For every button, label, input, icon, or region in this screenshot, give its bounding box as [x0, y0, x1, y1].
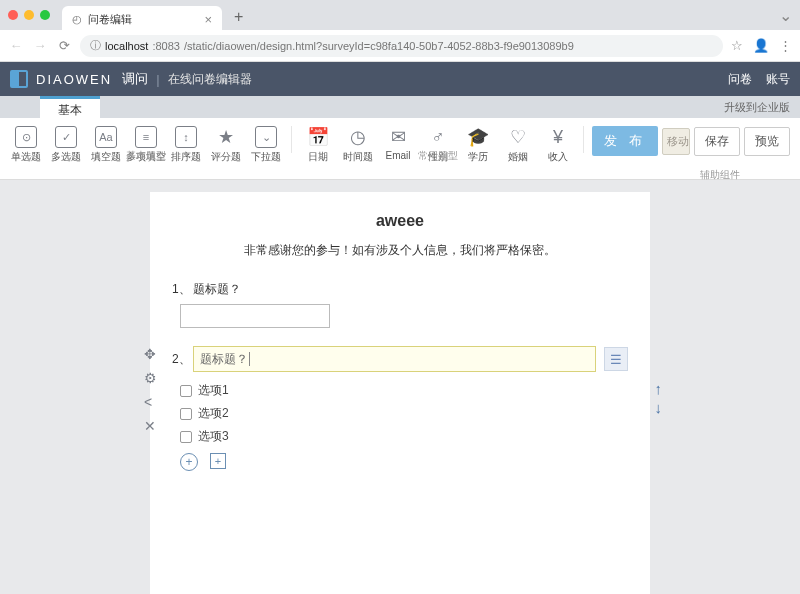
survey-paper: aweee 非常感谢您的参与！如有涉及个人信息，我们将严格保密。 1、 题标题？…: [150, 192, 650, 594]
checkbox-icon: ✓: [55, 126, 77, 148]
save-button[interactable]: 保存: [694, 127, 740, 156]
survey-title[interactable]: aweee: [172, 212, 628, 230]
url-host: localhost: [105, 40, 148, 52]
toolbar-actions: 发 布 移动 保存 预览: [584, 118, 800, 156]
app-subtitle: 在线问卷编辑器: [168, 71, 252, 88]
heart-icon: ♡: [507, 126, 529, 148]
radio-icon: ⊙: [15, 126, 37, 148]
canvas: aweee 非常感谢您的参与！如有涉及个人信息，我们将严格保密。 1、 题标题？…: [0, 180, 800, 594]
url-port: :8083: [152, 40, 180, 52]
dropdown-icon: ⌄: [255, 126, 277, 148]
tab-close-icon[interactable]: ×: [204, 12, 212, 27]
toolbar: ⊙单选题 ✓多选题 Aa填空题 ≡多项填空 ↕排序题 ★评分题 ⌄下拉题 基本题…: [0, 118, 800, 180]
question-number: 2、: [172, 351, 191, 368]
site-info-icon[interactable]: ⓘ: [90, 38, 101, 53]
hidden-action[interactable]: 移动: [662, 128, 690, 155]
clock-icon: ◷: [347, 126, 369, 148]
gender-icon: ♂: [427, 126, 449, 148]
group-label-common: 常用题型: [292, 149, 584, 163]
list-format-button[interactable]: ☰: [604, 347, 628, 371]
publish-button[interactable]: 发 布: [592, 126, 658, 156]
question-2[interactable]: ✥ ⚙ < ✕ 2、 题标题？ ☰ 选项1 选项2 选项3 + +: [172, 346, 628, 471]
preview-button[interactable]: 预览: [744, 127, 790, 156]
graduation-icon: 🎓: [467, 126, 489, 148]
back-icon[interactable]: ←: [8, 38, 24, 53]
add-batch-button[interactable]: +: [210, 453, 226, 469]
option-row[interactable]: 选项3: [180, 428, 628, 445]
option-row[interactable]: 选项2: [180, 405, 628, 422]
calendar-icon: 📅: [307, 126, 329, 148]
mail-icon: ✉: [387, 126, 409, 148]
checkbox-icon[interactable]: [180, 408, 192, 420]
checkbox-icon[interactable]: [180, 385, 192, 397]
brand-logo-icon: [10, 70, 28, 88]
url-path: /static/diaowen/design.html?surveyId=c98…: [184, 40, 574, 52]
arrow-up-icon[interactable]: ↑: [655, 380, 663, 397]
app-subbar: 基本 升级到企业版: [0, 96, 800, 118]
question-options: 选项1 选项2 选项3: [172, 382, 628, 445]
question-title: 题标题？: [193, 281, 241, 298]
checkbox-icon[interactable]: [180, 431, 192, 443]
option-row[interactable]: 选项1: [180, 382, 628, 399]
maximize-window-icon[interactable]: [40, 10, 50, 20]
minimize-window-icon[interactable]: [24, 10, 34, 20]
fillblank-input[interactable]: [180, 304, 330, 328]
browser-tab[interactable]: ◴ 问卷编辑 ×: [62, 6, 222, 32]
nav-account[interactable]: 账号: [766, 71, 790, 88]
nav-survey[interactable]: 问卷: [728, 71, 752, 88]
star-icon[interactable]: ☆: [731, 38, 743, 53]
app-header: DIAOWEN 调问 | 在线问卷编辑器 问卷 账号: [0, 62, 800, 96]
brand-name-cn: 调问: [122, 70, 148, 88]
upgrade-link[interactable]: 升级到企业版: [724, 100, 790, 115]
menu-icon[interactable]: ⋮: [779, 38, 792, 53]
favicon-icon: ◴: [72, 13, 82, 26]
question-title-input[interactable]: 题标题？: [193, 346, 596, 372]
forward-icon[interactable]: →: [32, 38, 48, 53]
chevron-down-icon[interactable]: ⌄: [779, 6, 792, 25]
address-bar[interactable]: ⓘ localhost:8083/static/diaowen/design.h…: [80, 35, 723, 57]
close-window-icon[interactable]: [8, 10, 18, 20]
text-icon: Aa: [95, 126, 117, 148]
profile-icon[interactable]: 👤: [753, 38, 769, 53]
window-controls: [8, 10, 50, 20]
move-icon[interactable]: ✥: [144, 346, 157, 362]
group-label-basic: 基本题型: [0, 149, 292, 163]
question-1[interactable]: 1、 题标题？: [172, 281, 628, 328]
yen-icon: ¥: [547, 126, 569, 148]
multitext-icon: ≡: [135, 126, 157, 148]
brand-name: DIAOWEN: [36, 72, 112, 87]
add-option-button[interactable]: +: [180, 453, 198, 471]
star-icon: ★: [215, 126, 237, 148]
question-side-tools: ✥ ⚙ < ✕: [144, 346, 157, 434]
reload-icon[interactable]: ⟳: [56, 38, 72, 53]
reorder-controls: ↑ ↓: [655, 380, 663, 416]
order-icon: ↕: [175, 126, 197, 148]
gear-icon[interactable]: ⚙: [144, 370, 157, 386]
address-row: ← → ⟳ ⓘ localhost:8083/static/diaowen/de…: [0, 30, 800, 62]
tab-title: 问卷编辑: [88, 12, 132, 27]
tab-strip: ◴ 问卷编辑 × + ⌄: [0, 0, 800, 30]
survey-description[interactable]: 非常感谢您的参与！如有涉及个人信息，我们将严格保密。: [172, 242, 628, 259]
share-icon[interactable]: <: [144, 394, 157, 410]
new-tab-button[interactable]: +: [228, 8, 249, 26]
arrow-down-icon[interactable]: ↓: [655, 399, 663, 416]
question-number: 1、: [172, 281, 191, 298]
delete-icon[interactable]: ✕: [144, 418, 157, 434]
browser-chrome: ◴ 问卷编辑 × + ⌄ ← → ⟳ ⓘ localhost:8083/stat…: [0, 0, 800, 62]
